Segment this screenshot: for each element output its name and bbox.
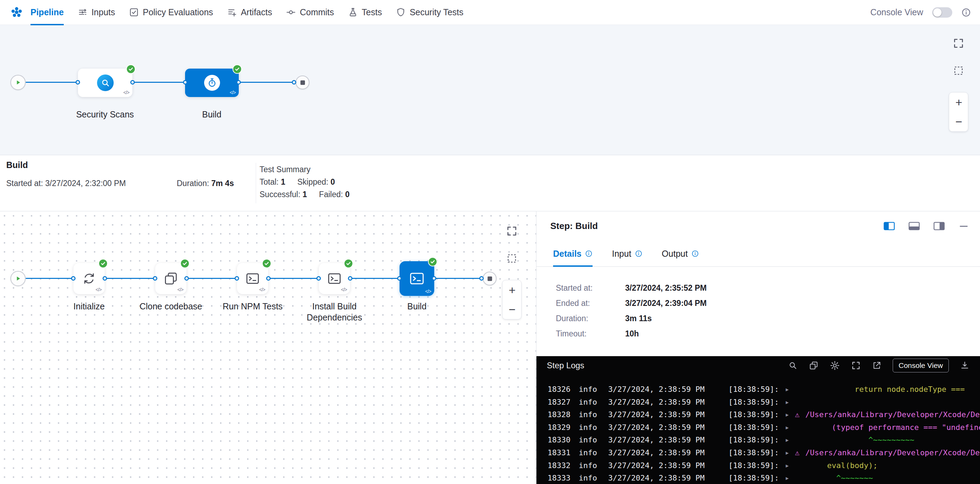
connector-dot <box>153 276 158 281</box>
log-time: [18:38:59]: <box>729 472 785 484</box>
step-panel-title: Step: Build <box>550 221 598 232</box>
tab-artifacts[interactable]: Artifacts <box>227 0 272 25</box>
tab-pipeline[interactable]: Pipeline <box>30 0 64 25</box>
download-icon[interactable] <box>960 361 970 370</box>
stage-end-node[interactable] <box>483 271 496 286</box>
pipeline-end-node[interactable] <box>296 76 309 89</box>
log-arrow-icon: ▸ <box>785 472 795 484</box>
log-level: info <box>579 421 608 434</box>
layout-left-panel-icon[interactable] <box>884 222 895 230</box>
pipeline-graph-canvas[interactable]: </> </> Security Scans Build + − <box>0 25 980 155</box>
detail-label: Ended at: <box>556 298 625 308</box>
step-node-run-npm-tests[interactable]: </> <box>237 263 268 294</box>
stage-node-security-scans[interactable]: </> <box>78 68 132 97</box>
tab-inputs[interactable]: Inputs <box>78 0 115 25</box>
step-panel-header: Step: Build <box>536 211 980 241</box>
started-at-value: 3/27/2024, 2:32:00 PM <box>45 179 126 188</box>
connector-dot <box>236 80 241 84</box>
divider <box>256 163 256 203</box>
tab-policy-evaluations[interactable]: Policy Evaluations <box>129 0 213 25</box>
search-icon[interactable] <box>788 361 798 370</box>
log-line: 18330 info 3/27/2024, 2:38:59 PM [18:38:… <box>547 434 980 447</box>
duration: Duration: 7m 4s <box>177 179 234 188</box>
tab-output-label: Output <box>662 249 688 259</box>
stage-label: Build <box>160 109 264 120</box>
zoom-button-group: + − <box>949 92 968 132</box>
log-content: /Users/anka/Library/Developer/Xcode/De <box>805 447 980 459</box>
log-line: 18332 info 3/27/2024, 2:38:59 PM [18:38:… <box>547 459 980 472</box>
detail-value: 3/27/2024, 2:39:04 PM <box>625 298 706 308</box>
log-line-number: 18326 <box>547 383 579 396</box>
tab-tests[interactable]: Tests <box>348 0 382 25</box>
step-node-build[interactable]: </> <box>399 261 434 296</box>
selection-box-icon[interactable] <box>953 65 964 76</box>
minus-icon: − <box>955 115 963 128</box>
tab-security-tests-label: Security Tests <box>410 7 463 17</box>
connector-edge <box>186 278 237 279</box>
settings-gear-icon[interactable] <box>830 360 840 371</box>
step-node-install-build-dependencies[interactable]: </> <box>319 263 350 294</box>
plus-icon: + <box>955 96 963 109</box>
step-label: Build <box>375 301 458 312</box>
zoom-button-group: + − <box>502 280 522 319</box>
log-line-number: 18333 <box>547 472 579 484</box>
connector-dot <box>292 80 296 84</box>
external-link-icon[interactable] <box>872 361 881 370</box>
connector-dot <box>183 80 188 84</box>
shield-icon <box>396 7 406 17</box>
copy-icon[interactable] <box>809 361 819 370</box>
step-label: Install Build Dependencies <box>293 301 376 323</box>
log-arrow-icon: ▸ <box>785 383 795 396</box>
tab-details[interactable]: Details <box>553 241 593 267</box>
artifacts-icon <box>227 7 237 17</box>
security-scan-icon <box>97 75 114 91</box>
plus-icon: + <box>509 283 515 297</box>
log-output[interactable]: 18326 info 3/27/2024, 2:38:59 PM [18:38:… <box>536 375 980 484</box>
step-panel-tabs: Details Input Output <box>536 241 980 267</box>
tab-output[interactable]: Output <box>662 241 699 267</box>
stage-node-build[interactable]: </> <box>185 68 239 97</box>
log-content: (typeof performance === "undefine <box>795 421 980 434</box>
info-icon[interactable] <box>691 250 699 257</box>
zoom-out-button[interactable]: − <box>503 300 522 319</box>
stage-canvas[interactable]: </> </> </> </> </> Initialize Clone <box>0 211 536 484</box>
info-icon[interactable] <box>585 250 593 257</box>
test-summary-results: Successful: 1 Failed: 0 <box>259 190 350 199</box>
log-level: info <box>579 447 608 459</box>
log-content: eval(body); <box>795 459 877 472</box>
fullscreen-icon[interactable] <box>851 361 861 370</box>
pipeline-start-node[interactable] <box>10 75 25 90</box>
zoom-in-button[interactable]: + <box>949 92 968 112</box>
layout-bottom-panel-icon[interactable] <box>908 222 920 230</box>
success-badge-icon <box>99 259 108 268</box>
tab-input[interactable]: Input <box>612 241 643 267</box>
selection-box-icon[interactable] <box>506 253 517 264</box>
tab-security-tests[interactable]: Security Tests <box>396 0 463 25</box>
zoom-out-button[interactable]: − <box>949 112 968 131</box>
console-view-button[interactable]: Console View <box>892 359 949 373</box>
step-node-clone-codebase[interactable]: </> <box>155 263 186 294</box>
console-view-toggle[interactable] <box>932 7 952 17</box>
total-value: 1 <box>281 178 285 186</box>
log-line: 18327 info 3/27/2024, 2:38:59 PM [18:38:… <box>547 396 980 409</box>
fullscreen-icon[interactable] <box>506 225 518 237</box>
log-content: ^~~~~~~~~~ <box>795 434 914 447</box>
collapse-panel-icon[interactable] <box>959 221 969 232</box>
success-badge-icon <box>262 259 271 268</box>
stage-start-node[interactable] <box>10 271 25 286</box>
log-line-number: 18327 <box>547 396 579 409</box>
info-icon[interactable] <box>961 8 971 17</box>
stop-icon <box>488 276 492 281</box>
fullscreen-icon[interactable] <box>953 37 964 49</box>
total-label: Total: <box>259 178 278 186</box>
layout-right-panel-icon[interactable] <box>934 222 945 230</box>
log-time: [18:38:59]: <box>729 434 785 447</box>
zoom-in-button[interactable]: + <box>503 280 522 300</box>
connector-dot <box>130 80 135 84</box>
tab-commits[interactable]: Commits <box>286 0 334 25</box>
log-time: [18:38:59]: <box>729 396 785 409</box>
step-node-initialize[interactable]: </> <box>73 263 105 294</box>
info-icon[interactable] <box>635 250 643 257</box>
commit-icon <box>286 7 296 17</box>
code-glyph: </> <box>341 287 347 292</box>
